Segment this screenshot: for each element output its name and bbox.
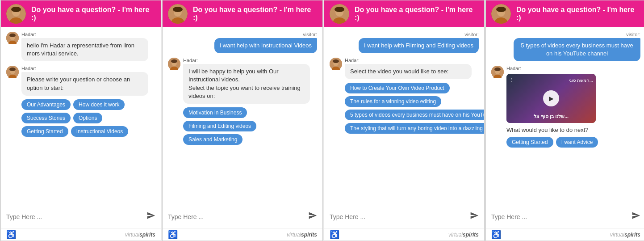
- agent-bubble: hello i'm Hadar a representative from li…: [21, 38, 148, 61]
- agent-message-row: Hadar: חמשת סוגי... ⋮ ▶ שלנו בן סוף צל..…: [491, 66, 640, 148]
- agent-avatar: [330, 58, 342, 70]
- video-overlay-text: חמשת סוגי...: [569, 77, 593, 83]
- chat-option-button[interactable]: Motivation in Business: [183, 107, 247, 118]
- chat-footer: ♿ virtualspirits: [324, 228, 484, 241]
- accessibility-icon: ♿: [168, 230, 178, 240]
- agent-name: Hadar:: [21, 32, 148, 37]
- chat-option-button[interactable]: How does it work: [73, 99, 125, 110]
- chat-input-area: [324, 205, 484, 228]
- chat-input[interactable]: [6, 213, 146, 220]
- agent-bubble: I will be happy to help you with Our Ins…: [183, 64, 310, 104]
- chat-input-area: [163, 205, 322, 228]
- chat-option-button[interactable]: Our Advantages: [21, 99, 71, 110]
- chat-header: Do you have a question? - I'm here :): [324, 0, 484, 27]
- chat-input[interactable]: [330, 213, 470, 220]
- agent-name: Hadar:: [21, 66, 148, 71]
- agent-bubble: Please write your question or choose an …: [21, 72, 148, 95]
- button-group: Motivation in BusinessFilming and Editin…: [183, 107, 310, 145]
- agent-avatar: [6, 66, 19, 78]
- video-menu-icon: ⋮: [509, 77, 514, 82]
- chat-input-area: [486, 205, 644, 228]
- chat-input[interactable]: [491, 213, 631, 220]
- chat-option-button[interactable]: Success Stories: [21, 113, 71, 123]
- video-play-button[interactable]: ▶: [543, 90, 559, 106]
- agent-message-row: Hadar:I will be happy to help you with O…: [168, 58, 317, 145]
- chat-option-button[interactable]: The styling that will turn any boring vi…: [345, 123, 484, 134]
- visitor-label: visitor:: [359, 32, 479, 37]
- send-icon: [308, 211, 317, 220]
- svg-point-9: [9, 34, 16, 37]
- video-bottom-text: שלנו בן סוף צל...: [506, 114, 596, 119]
- chat-option-button[interactable]: Getting Started: [21, 126, 68, 137]
- button-group: Our AdvantagesHow does it workSuccess St…: [21, 99, 148, 137]
- footer-brand: virtualspirits: [287, 232, 317, 238]
- video-thumbnail[interactable]: חמשת סוגי... ⋮ ▶ שלנו בן סוף צל...: [506, 74, 596, 123]
- send-icon: [631, 211, 640, 220]
- button-group: Getting StartedI want Advice: [506, 137, 598, 148]
- agent-avatar: [168, 58, 180, 70]
- chat-option-button[interactable]: The rules for a winning video editing: [345, 96, 441, 107]
- agent-bubble: Select the video you would like to see:: [345, 64, 472, 79]
- svg-point-44: [494, 68, 501, 71]
- chat-input-area: [1, 205, 161, 228]
- after-video-text: What would you like to do next?: [506, 127, 598, 133]
- chat-option-button[interactable]: How to Create Your Own Video Product: [345, 83, 450, 93]
- send-button[interactable]: [470, 211, 479, 222]
- header-avatar: [330, 4, 349, 24]
- visitor-label: visitor:: [214, 32, 317, 37]
- chat-option-button[interactable]: 5 types of videos every business must ha…: [345, 110, 484, 120]
- svg-point-34: [333, 59, 339, 63]
- header-text: Do you have a question? - I'm here :): [355, 6, 479, 22]
- agent-message-content: Hadar:I will be happy to help you with O…: [183, 58, 310, 145]
- chat-option-button[interactable]: Getting Started: [506, 137, 553, 148]
- chat-option-button[interactable]: Sales and Marketing: [183, 134, 243, 145]
- chat-widget-1: Do you have a question? - I'm here :) Ha…: [0, 0, 161, 241]
- svg-point-39: [496, 7, 506, 12]
- chat-footer: ♿ virtualspirits: [1, 228, 161, 241]
- accessibility-icon: ♿: [6, 230, 16, 240]
- chat-widget-4: Do you have a question? - I'm here :) vi…: [485, 0, 644, 241]
- footer-brand: virtualspirits: [125, 232, 155, 238]
- send-button[interactable]: [146, 211, 155, 222]
- svg-point-4: [11, 7, 21, 12]
- header-avatar: [491, 4, 511, 24]
- chat-header: Do you have a question? - I'm here :): [486, 0, 644, 27]
- header-text: Do you have a question? - I'm here :): [31, 6, 155, 22]
- chat-header: Do you have a question? - I'm here :): [1, 0, 161, 27]
- chat-option-button[interactable]: Filming and Editing videos: [183, 121, 256, 131]
- visitor-bubble: I want help with Instructional Videos: [214, 38, 317, 53]
- chat-option-button[interactable]: Options: [73, 113, 102, 123]
- header-text: Do you have a question? - I'm here :): [193, 6, 317, 22]
- agent-avatar: [6, 32, 19, 44]
- visitor-message-row: visitor: I want help with Instructional …: [168, 32, 317, 53]
- accessibility-icon: ♿: [491, 230, 501, 240]
- visitor-message-row: visitor: 5 types of videos every busines…: [491, 32, 640, 61]
- svg-point-14: [9, 68, 16, 71]
- messages-area: Hadar:hello i'm Hadar a representative f…: [1, 27, 161, 205]
- agent-name: Hadar:: [345, 58, 472, 63]
- accessibility-icon: ♿: [330, 230, 339, 240]
- send-button[interactable]: [631, 211, 640, 222]
- svg-point-24: [171, 59, 177, 63]
- messages-area: visitor: 5 types of videos every busines…: [486, 27, 644, 205]
- visitor-label: visitor:: [514, 32, 640, 37]
- agent-message-row: Hadar:Please write your question or choo…: [6, 66, 155, 136]
- header-avatar: [168, 4, 188, 24]
- visitor-message-content: visitor: 5 types of videos every busines…: [514, 32, 640, 61]
- send-icon: [146, 211, 155, 220]
- visitor-bubble: 5 types of videos every business must ha…: [514, 38, 640, 61]
- chat-widget-3: Do you have a question? - I'm here :) vi…: [324, 0, 485, 241]
- visitor-bubble: I want help with Filming and Editing vid…: [359, 38, 479, 53]
- footer-brand: virtualspirits: [448, 232, 479, 238]
- agent-message-content: Hadar: חמשת סוגי... ⋮ ▶ שלנו בן סוף צל..…: [506, 66, 598, 148]
- send-button[interactable]: [308, 211, 317, 222]
- visitor-message-content: visitor: I want help with Instructional …: [214, 32, 317, 53]
- chat-input[interactable]: [168, 213, 308, 220]
- agent-name: Hadar:: [183, 58, 310, 63]
- send-icon: [470, 211, 479, 220]
- svg-point-19: [173, 7, 183, 12]
- chat-option-button[interactable]: I want Advice: [556, 137, 598, 148]
- agent-message-content: Hadar:Please write your question or choo…: [21, 66, 148, 136]
- header-text: Do you have a question? - I'm here :): [516, 6, 640, 22]
- chat-option-button[interactable]: Instructional Videos: [71, 126, 129, 137]
